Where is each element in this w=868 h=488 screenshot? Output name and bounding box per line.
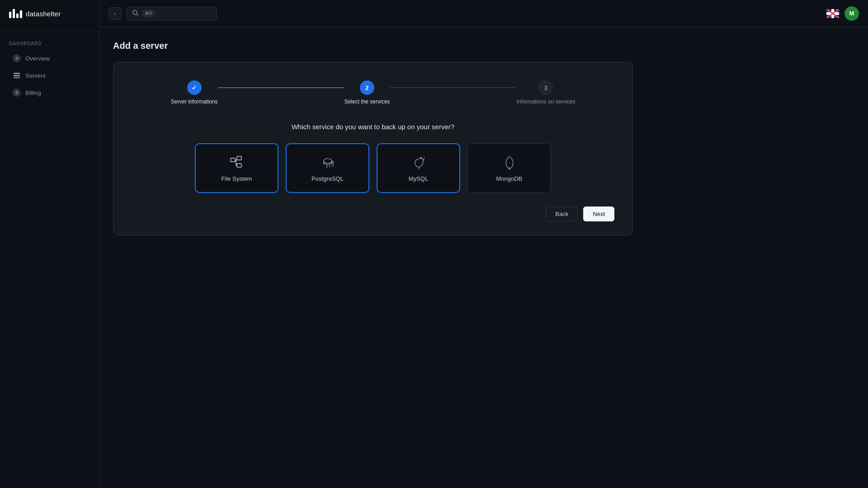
filesystem-icon <box>229 155 245 171</box>
topbar-right: M <box>826 6 859 21</box>
sidebar: datashelter DASHBOARD 4 Overview Servers… <box>0 0 99 488</box>
back-button[interactable]: Back <box>546 206 578 221</box>
step-3-label: Informations on services <box>516 99 575 105</box>
search-bar[interactable]: ⌘K <box>127 7 217 20</box>
wizard-question: Which service do you want to back up on … <box>132 123 614 131</box>
logo: datashelter <box>9 9 90 18</box>
billing-icon: $ <box>13 89 21 97</box>
logo-bar-2 <box>13 9 15 18</box>
sidebar-item-overview[interactable]: 4 Overview <box>4 50 95 66</box>
filesystem-label: File System <box>222 175 252 182</box>
user-avatar[interactable]: M <box>844 6 859 21</box>
service-card-mysql[interactable]: MySQL <box>377 143 460 193</box>
connector-2-3 <box>390 87 516 88</box>
mongodb-label: MongoDB <box>496 175 523 182</box>
wizard-steps: ✓ Server informations 2 Select the servi… <box>132 80 614 105</box>
service-card-filesystem[interactable]: File System <box>195 143 278 193</box>
service-card-mongodb[interactable]: MongoDB <box>467 143 551 193</box>
svg-point-16 <box>420 157 421 159</box>
svg-rect-7 <box>237 164 241 167</box>
wizard-step-3: 3 Informations on services <box>516 80 575 105</box>
svg-rect-6 <box>237 156 241 160</box>
sidebar-item-billing[interactable]: $ Billing <box>4 84 95 101</box>
step-1-check-icon: ✓ <box>192 84 197 91</box>
sidebar-section-label: DASHBOARD <box>0 32 99 50</box>
sidebar-collapse-button[interactable]: ‹ <box>108 7 121 20</box>
sidebar-item-label-servers: Servers <box>25 72 46 79</box>
step-1-label: Server informations <box>171 99 218 105</box>
collapse-icon: ‹ <box>114 10 116 17</box>
sidebar-item-label-billing: Billing <box>25 89 41 96</box>
step-2-number: 2 <box>365 84 368 91</box>
svg-rect-5 <box>231 158 235 162</box>
step-3-circle: 3 <box>538 80 553 95</box>
topbar: ‹ ⌘K M <box>99 0 868 27</box>
overview-icon: 4 <box>13 54 21 62</box>
mongodb-icon <box>501 155 518 171</box>
step-2-circle: 2 <box>360 80 374 95</box>
wizard-footer: Back Next <box>132 206 614 221</box>
logo-bar-4 <box>20 10 22 18</box>
service-card-postgresql[interactable]: PostgreSQL <box>286 143 369 193</box>
page-content: Add a server ✓ Server informations 2 <box>99 27 868 488</box>
logo-text: datashelter <box>26 10 61 18</box>
language-flag-icon[interactable] <box>826 9 839 18</box>
step-2-label: Select the services <box>344 99 390 105</box>
logo-bar-1 <box>9 12 11 18</box>
wizard-card: ✓ Server informations 2 Select the servi… <box>113 62 633 235</box>
svg-rect-0 <box>14 73 20 74</box>
svg-point-11 <box>324 159 332 163</box>
service-cards-container: File System <box>132 143 614 193</box>
next-button[interactable]: Next <box>583 206 614 221</box>
step-3-number: 3 <box>544 84 547 91</box>
page-title: Add a server <box>113 41 854 51</box>
logo-bar-3 <box>16 14 19 18</box>
connector-1-2 <box>218 87 344 88</box>
postgresql-icon <box>320 155 336 171</box>
postgresql-label: PostgreSQL <box>311 175 344 182</box>
mysql-label: MySQL <box>409 175 428 182</box>
svg-rect-1 <box>14 75 20 76</box>
wizard-step-2: 2 Select the services <box>344 80 390 105</box>
mysql-icon <box>410 155 427 171</box>
wizard-step-1: ✓ Server informations <box>171 80 218 105</box>
svg-line-4 <box>137 14 138 15</box>
search-icon <box>132 10 138 17</box>
sidebar-item-label-overview: Overview <box>25 55 50 62</box>
main-area: ‹ ⌘K M Add a server <box>99 0 868 488</box>
logo-area: datashelter <box>0 0 99 32</box>
search-shortcut: ⌘K <box>142 10 155 17</box>
servers-icon <box>13 71 21 80</box>
step-1-circle: ✓ <box>187 80 202 95</box>
svg-rect-2 <box>14 77 20 78</box>
sidebar-item-servers[interactable]: Servers <box>4 67 95 84</box>
logo-bars-icon <box>9 9 22 18</box>
